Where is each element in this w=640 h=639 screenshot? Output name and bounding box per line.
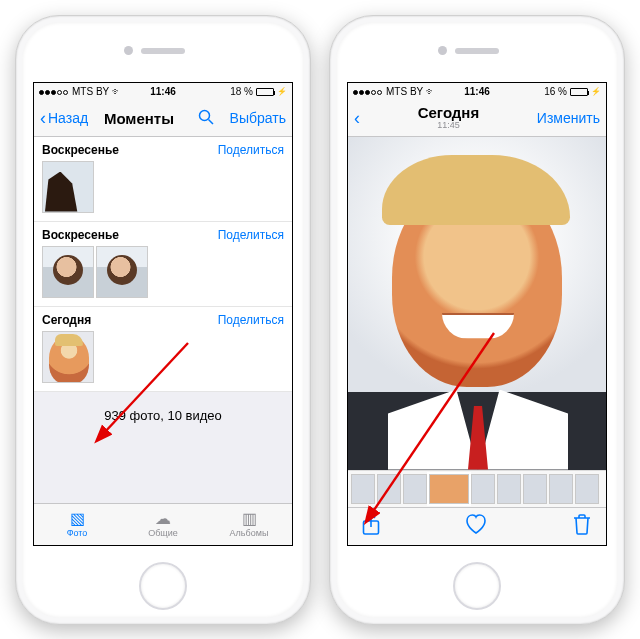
photo-thumbnail[interactable] — [42, 246, 94, 298]
share-link[interactable]: Поделиться — [218, 143, 284, 157]
moment-section: ВоскресеньеПоделиться — [34, 137, 292, 222]
signal-dots-icon — [39, 86, 69, 97]
svg-point-0 — [199, 110, 209, 120]
wifi-icon: ᯤ — [426, 86, 436, 97]
moment-section: ВоскресеньеПоделиться — [34, 222, 292, 307]
status-bar: MTS BY ᯤ 11:46 16 % ⚡ — [348, 83, 606, 101]
tab-albums[interactable]: ▥Альбомы — [206, 504, 292, 545]
search-icon[interactable] — [198, 109, 214, 128]
photo-viewer[interactable] — [348, 137, 606, 470]
section-title: Сегодня — [42, 313, 91, 327]
strip-thumb[interactable] — [377, 474, 401, 504]
chevron-left-icon: ‹ — [40, 109, 46, 127]
back-button[interactable]: ‹ — [354, 109, 360, 127]
status-bar: MTS BY ᯤ 11:46 18 % ⚡ — [34, 83, 292, 101]
tab-bar: ▧Фото ☁Общие ▥Альбомы — [34, 503, 292, 545]
nav-title: Моменты — [104, 110, 174, 127]
library-summary: 939 фото, 10 видео — [34, 392, 292, 439]
photos-icon: ▧ — [70, 511, 85, 527]
signal-dots-icon — [353, 86, 383, 97]
strip-thumb[interactable] — [497, 474, 521, 504]
back-button[interactable]: ‹Назад — [40, 109, 88, 127]
battery-icon — [570, 88, 588, 96]
photo-thumbnail[interactable] — [42, 161, 94, 213]
nav-bar: ‹ Сегодня11:45 Изменить — [348, 101, 606, 137]
photo-thumbnail[interactable] — [96, 246, 148, 298]
share-icon[interactable] — [362, 513, 380, 540]
home-button[interactable] — [139, 562, 187, 610]
clock: 11:46 — [464, 86, 490, 97]
strip-thumb[interactable] — [549, 474, 573, 504]
strip-thumb[interactable] — [403, 474, 427, 504]
edit-button[interactable]: Изменить — [537, 110, 600, 126]
clock: 11:46 — [150, 86, 176, 97]
wifi-icon: ᯤ — [112, 86, 122, 97]
toolbar — [348, 507, 606, 545]
trash-icon[interactable] — [572, 513, 592, 540]
carrier-label: MTS BY — [386, 86, 423, 97]
photo-thumbnail[interactable] — [42, 331, 94, 383]
charging-icon: ⚡ — [591, 87, 601, 96]
svg-line-1 — [208, 119, 213, 124]
share-link[interactable]: Поделиться — [218, 228, 284, 242]
tab-photos[interactable]: ▧Фото — [34, 504, 120, 545]
section-title: Воскресенье — [42, 228, 119, 242]
battery-percent: 16 % — [544, 86, 567, 97]
share-link[interactable]: Поделиться — [218, 313, 284, 327]
select-button[interactable]: Выбрать — [230, 110, 286, 126]
nav-subtitle: 11:45 — [418, 121, 480, 131]
section-title: Воскресенье — [42, 143, 119, 157]
strip-thumb-selected[interactable] — [429, 474, 469, 504]
tab-shared[interactable]: ☁Общие — [120, 504, 206, 545]
thumbnail-strip[interactable] — [348, 470, 606, 507]
phone-left: MTS BY ᯤ 11:46 18 % ⚡ ‹Назад Моменты Выб… — [15, 15, 311, 625]
strip-thumb[interactable] — [471, 474, 495, 504]
chevron-left-icon: ‹ — [354, 109, 360, 127]
cloud-icon: ☁ — [155, 511, 171, 527]
battery-percent: 18 % — [230, 86, 253, 97]
strip-thumb[interactable] — [523, 474, 547, 504]
phone-right: MTS BY ᯤ 11:46 16 % ⚡ ‹ Сегодня11:45 Изм… — [329, 15, 625, 625]
moment-section: СегодняПоделиться — [34, 307, 292, 392]
carrier-label: MTS BY — [72, 86, 109, 97]
albums-icon: ▥ — [242, 511, 257, 527]
favorite-icon[interactable] — [464, 513, 488, 540]
battery-icon — [256, 88, 274, 96]
charging-icon: ⚡ — [277, 87, 287, 96]
nav-title: Сегодня11:45 — [418, 105, 480, 131]
strip-thumb[interactable] — [351, 474, 375, 504]
strip-thumb[interactable] — [575, 474, 599, 504]
home-button[interactable] — [453, 562, 501, 610]
nav-bar: ‹Назад Моменты Выбрать — [34, 101, 292, 137]
